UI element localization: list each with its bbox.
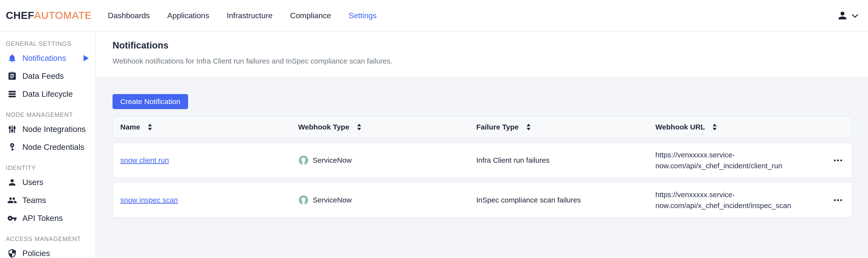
servicenow-icon (298, 155, 309, 165)
servicenow-icon (298, 195, 309, 206)
sidebar-item-label: Users (22, 178, 43, 187)
sidebar-section-identity: IDENTITY Users Teams API Tokens (0, 162, 95, 227)
nav-link-dashboards[interactable]: Dashboards (108, 11, 150, 20)
person-icon (7, 178, 17, 187)
key-icon (7, 213, 17, 223)
nav-link-settings[interactable]: Settings (348, 11, 377, 20)
sidebar-item-node-integrations[interactable]: Node Integrations (0, 120, 95, 138)
sort-icon[interactable] (148, 124, 152, 131)
key-vertical-icon (7, 142, 17, 152)
row-menu-button[interactable] (831, 196, 845, 204)
top-nav: CHEFAUTOMATE Dashboards Applications Inf… (0, 0, 868, 32)
sidebar-item-label: API Tokens (22, 214, 63, 223)
group-icon (7, 195, 17, 205)
sidebar-item-policies[interactable]: Policies (0, 245, 95, 258)
chevron-down-icon (852, 11, 858, 18)
page-description: Webhook notifications for Infra Client r… (113, 57, 852, 65)
sidebar-section-node-management: NODE MANAGEMENT Node Integrations Node C… (0, 109, 95, 156)
active-item-arrow-icon (84, 55, 89, 61)
sidebar-item-label: Notifications (22, 53, 66, 63)
nav-link-applications[interactable]: Applications (167, 11, 209, 20)
ellipsis-icon (834, 159, 836, 161)
table-row: snow client run ServiceNow Infra Client … (113, 143, 852, 178)
column-header-failure-type: Failure Type (469, 123, 648, 131)
clipboard-icon (7, 71, 17, 81)
row-menu-button[interactable] (831, 157, 845, 164)
sidebar-item-label: Teams (22, 196, 46, 205)
ellipsis-icon (834, 199, 836, 201)
stacked-bars-icon (7, 89, 17, 99)
person-icon (837, 10, 848, 21)
webhook-type-cell: ServiceNow (291, 195, 469, 206)
nav-link-compliance[interactable]: Compliance (290, 11, 331, 20)
failure-type-label: Infra Client run failures (476, 156, 550, 164)
section-label: GENERAL SETTINGS (0, 38, 95, 49)
section-label: IDENTITY (0, 162, 95, 173)
notifications-table: Name Webhook Type Failure Type Webhook U… (113, 116, 852, 218)
sidebar-item-label: Data Lifecycle (22, 89, 73, 99)
sidebar-section-access-management: ACCESS MANAGEMENT Policies (0, 233, 95, 258)
logo-automate: AUTOMATE (34, 10, 92, 21)
webhook-url: https://venxxxxx.service-now.com/api/x_c… (655, 189, 824, 211)
sidebar-item-teams[interactable]: Teams (0, 191, 95, 209)
chef-automate-logo[interactable]: CHEFAUTOMATE (6, 10, 92, 21)
user-menu[interactable] (837, 10, 857, 21)
webhook-url-cell: https://venxxxxx.service-now.com/api/x_c… (648, 189, 824, 211)
sidebar-item-notifications[interactable]: Notifications (0, 49, 95, 67)
column-header-webhook-url: Webhook URL (648, 123, 824, 131)
table-header-row: Name Webhook Type Failure Type Webhook U… (113, 116, 852, 138)
sidebar-item-data-lifecycle[interactable]: Data Lifecycle (0, 85, 95, 103)
column-header-name: Name (113, 123, 291, 131)
main-nav: Dashboards Applications Infrastructure C… (108, 11, 377, 20)
sort-icon[interactable] (527, 124, 530, 131)
page-header: Notifications Webhook notifications for … (96, 32, 868, 77)
bell-icon (7, 53, 17, 63)
sliders-icon (7, 124, 17, 134)
page-title: Notifications (113, 40, 852, 51)
webhook-type-label: ServiceNow (313, 156, 352, 164)
column-header-webhook-type: Webhook Type (291, 123, 469, 131)
webhook-url: https://venxxxxx.service-now.com/api/x_c… (655, 149, 824, 171)
sort-icon[interactable] (357, 124, 361, 131)
nav-link-infrastructure[interactable]: Infrastructure (227, 11, 273, 20)
notification-name-link[interactable]: snow client run (120, 156, 169, 164)
page-body: Create Notification Name Webhook Type Fa… (96, 77, 868, 258)
webhook-type-cell: ServiceNow (291, 155, 469, 165)
table-row: snow inspec scan ServiceNow InSpec compl… (113, 182, 852, 218)
sidebar-section-general-settings: GENERAL SETTINGS Notifications Data Feed… (0, 38, 95, 103)
sidebar-item-label: Policies (22, 249, 50, 258)
settings-sidebar: GENERAL SETTINGS Notifications Data Feed… (0, 32, 96, 258)
sidebar-item-node-credentials[interactable]: Node Credentials (0, 138, 95, 156)
sidebar-item-label: Node Integrations (22, 125, 86, 134)
failure-type-label: InSpec compliance scan failures (476, 196, 581, 204)
failure-type-cell: Infra Client run failures (469, 156, 648, 164)
sidebar-item-label: Node Credentials (22, 143, 84, 152)
notification-name-link[interactable]: snow inspec scan (120, 196, 178, 204)
main-content: Notifications Webhook notifications for … (96, 32, 868, 258)
name-cell: snow client run (113, 156, 291, 164)
sidebar-item-users[interactable]: Users (0, 173, 95, 191)
actions-cell (824, 157, 852, 164)
actions-cell (824, 196, 852, 204)
sidebar-item-label: Data Feeds (22, 72, 64, 81)
shield-icon (7, 249, 17, 258)
logo-chef: CHEF (6, 10, 34, 21)
section-label: NODE MANAGEMENT (0, 109, 95, 120)
sort-icon[interactable] (713, 124, 717, 131)
name-cell: snow inspec scan (113, 196, 291, 204)
failure-type-cell: InSpec compliance scan failures (469, 196, 648, 204)
sidebar-item-api-tokens[interactable]: API Tokens (0, 209, 95, 227)
section-label: ACCESS MANAGEMENT (0, 233, 95, 245)
webhook-type-label: ServiceNow (313, 196, 352, 204)
sidebar-item-data-feeds[interactable]: Data Feeds (0, 67, 95, 85)
webhook-url-cell: https://venxxxxx.service-now.com/api/x_c… (648, 149, 824, 171)
create-notification-button[interactable]: Create Notification (113, 94, 188, 109)
